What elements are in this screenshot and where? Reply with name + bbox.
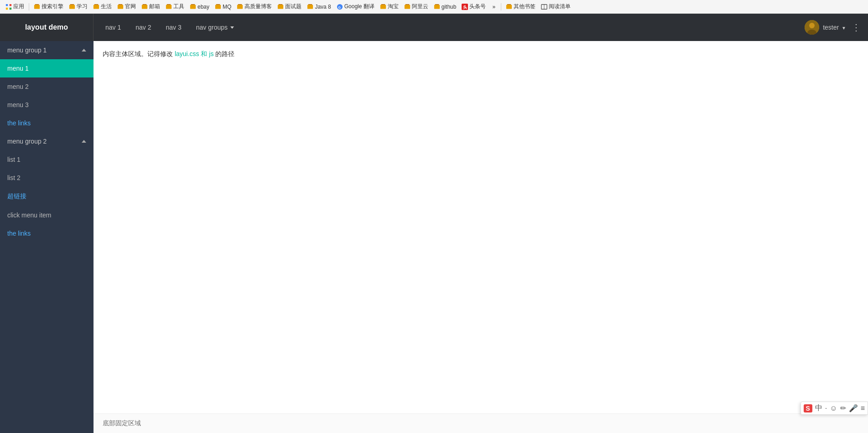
ime-chinese-icon[interactable]: 中 — [815, 403, 822, 413]
ime-logo: S — [804, 404, 812, 412]
nav-item-1[interactable]: nav 1 — [98, 14, 128, 41]
main-layout: menu group 1 menu 1 menu 2 menu 3 the li… — [0, 41, 868, 433]
bookmark-others[interactable]: 其他书签 — [504, 2, 537, 11]
sidebar-item-links-2[interactable]: the links — [0, 224, 94, 242]
bookmark-github[interactable]: github — [432, 3, 458, 11]
sidebar-item-menu1[interactable]: menu 1 — [0, 59, 94, 77]
nav-groups-chevron — [230, 26, 234, 29]
svg-rect-21 — [238, 4, 242, 5]
sidebar-group1-chevron — [82, 49, 86, 52]
svg-rect-37 — [507, 4, 511, 5]
svg-rect-32 — [434, 5, 440, 9]
svg-rect-12 — [142, 5, 147, 9]
svg-rect-28 — [380, 5, 386, 9]
top-nav-right: tester ▼ ⋮ — [805, 20, 868, 35]
sidebar-item-menu2[interactable]: menu 2 — [0, 77, 94, 96]
bookmark-official[interactable]: 官网 — [115, 2, 138, 11]
svg-rect-33 — [435, 4, 439, 5]
svg-rect-6 — [69, 5, 75, 9]
ime-emoji-icon[interactable]: ☺ — [830, 404, 837, 412]
sidebar-item-list1[interactable]: list 1 — [0, 150, 94, 169]
nav-item-groups[interactable]: nav groups — [189, 14, 241, 41]
svg-rect-19 — [216, 4, 220, 5]
sidebar-group-2-header[interactable]: menu group 2 — [0, 132, 94, 150]
sidebar: menu group 1 menu 1 menu 2 menu 3 the li… — [0, 41, 94, 433]
svg-rect-9 — [94, 4, 99, 5]
bookmark-google-translate[interactable]: G Google 翻译 — [335, 2, 376, 11]
logo: layout demo — [0, 14, 94, 41]
content-body: 内容主体区域。记得修改 layui.css 和 js 的路径 — [94, 41, 868, 413]
svg-rect-15 — [167, 4, 171, 5]
bookmark-taobao[interactable]: 淘宝 — [378, 2, 400, 11]
svg-rect-11 — [119, 4, 123, 5]
svg-rect-2 — [6, 7, 8, 9]
nav-items: nav 1 nav 2 nav 3 nav groups — [94, 14, 805, 41]
sidebar-item-hyperlink[interactable]: 超链接 — [0, 187, 94, 206]
top-navbar: layout demo nav 1 nav 2 nav 3 nav groups — [0, 14, 868, 41]
bookmark-study[interactable]: 学习 — [67, 2, 89, 11]
more-options-icon[interactable]: ⋮ — [850, 22, 863, 33]
svg-rect-23 — [279, 4, 283, 5]
bookmark-life[interactable]: 生活 — [91, 2, 114, 11]
bookmark-apps[interactable]: 应用 — [4, 2, 26, 11]
bookmark-divider-2 — [501, 3, 501, 10]
svg-rect-0 — [6, 4, 8, 5]
svg-rect-14 — [166, 5, 172, 9]
sidebar-group-1-header[interactable]: menu group 1 — [0, 41, 94, 59]
bookmark-toutiao[interactable]: 头 头条号 — [460, 2, 488, 11]
svg-rect-1 — [10, 4, 11, 5]
svg-rect-5 — [35, 4, 39, 5]
sidebar-item-list2[interactable]: list 2 — [0, 169, 94, 187]
bookmark-blog[interactable]: 高质量博客 — [235, 2, 274, 11]
sidebar-group2-chevron — [82, 140, 86, 143]
content-highlight: layui.css 和 js — [175, 50, 214, 57]
user-name[interactable]: tester ▼ — [823, 24, 846, 31]
svg-rect-10 — [118, 5, 123, 9]
nav-item-2[interactable]: nav 2 — [128, 14, 158, 41]
bookmark-search[interactable]: 搜索引擎 — [32, 2, 65, 11]
bookmark-divider-1 — [29, 3, 29, 10]
sidebar-item-menu3[interactable]: menu 3 — [0, 96, 94, 114]
svg-rect-22 — [278, 5, 283, 9]
bookmark-mq[interactable]: MQ — [213, 3, 233, 11]
bookmark-ebay[interactable]: ebay — [188, 3, 211, 11]
nav-item-3[interactable]: nav 3 — [159, 14, 189, 41]
bookmark-tools[interactable]: 工具 — [164, 2, 186, 11]
bookmark-reading[interactable]: 阅读清单 — [539, 2, 572, 11]
app-wrapper: layout demo nav 1 nav 2 nav 3 nav groups — [0, 14, 868, 433]
svg-rect-31 — [405, 4, 409, 5]
svg-rect-25 — [308, 4, 312, 5]
sidebar-item-click-menu[interactable]: click menu item — [0, 206, 94, 224]
bookmark-email[interactable]: 邮箱 — [140, 2, 162, 11]
svg-rect-36 — [506, 5, 512, 9]
svg-rect-8 — [94, 5, 99, 9]
svg-rect-17 — [191, 4, 195, 5]
ime-punctuation-icon[interactable]: · — [825, 404, 827, 412]
content-footer: 底部固定区域 — [94, 413, 868, 433]
bookmark-more[interactable]: » — [489, 3, 498, 11]
svg-rect-3 — [10, 7, 11, 9]
svg-rect-20 — [237, 5, 243, 9]
content-text: 内容主体区域。记得修改 layui.css 和 js 的路径 — [103, 50, 859, 58]
svg-rect-29 — [381, 4, 385, 5]
sidebar-item-links-1[interactable]: the links — [0, 114, 94, 132]
ime-toolbar: S 中 · ☺ ✏ 🎤 ≡ — [800, 402, 868, 415]
ime-mic-icon[interactable]: 🎤 — [849, 404, 858, 412]
content-area: 内容主体区域。记得修改 layui.css 和 js 的路径 底部固定区域 — [94, 41, 868, 433]
svg-text:头: 头 — [463, 5, 468, 9]
svg-rect-13 — [143, 4, 147, 5]
svg-rect-24 — [307, 5, 313, 9]
bookmark-bar: 应用 搜索引擎 学习 生活 官网 邮箱 工具 ebay MQ 高质量博客 面试题 — [0, 0, 868, 14]
ime-pen-icon[interactable]: ✏ — [840, 404, 846, 412]
bookmark-interview[interactable]: 面试题 — [275, 2, 303, 11]
svg-rect-16 — [190, 5, 196, 9]
avatar — [805, 20, 819, 35]
bookmark-aliyun[interactable]: 阿里云 — [402, 2, 430, 11]
svg-rect-4 — [34, 5, 40, 9]
ime-menu-icon[interactable]: ≡ — [861, 404, 865, 412]
svg-text:G: G — [338, 5, 341, 9]
svg-rect-30 — [405, 5, 410, 9]
bookmark-java8[interactable]: Java 8 — [305, 3, 333, 11]
svg-point-41 — [809, 23, 815, 28]
svg-rect-7 — [70, 4, 74, 5]
